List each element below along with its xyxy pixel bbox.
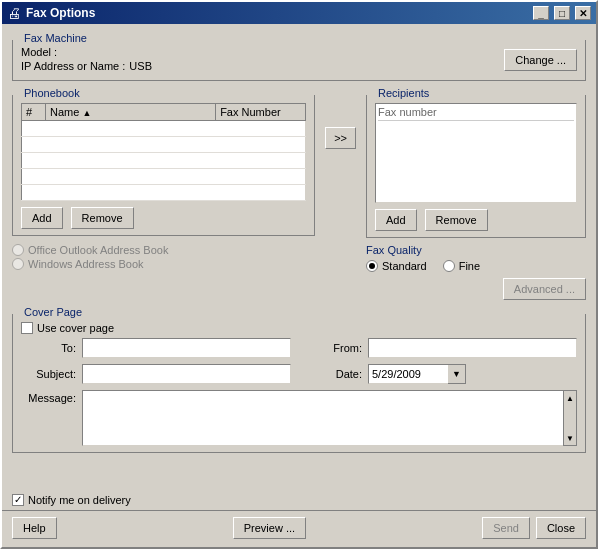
- windows-radio-circle: [12, 258, 24, 270]
- subject-input[interactable]: [82, 364, 291, 384]
- recipients-label: Recipients: [375, 87, 432, 99]
- message-input[interactable]: [82, 390, 577, 446]
- window-title: Fax Options: [26, 6, 528, 20]
- subject-label: Subject:: [21, 368, 76, 380]
- windows-label: Windows Address Book: [28, 258, 144, 270]
- recipients-group: Recipients Fax number Add Remove: [366, 95, 586, 238]
- scroll-up-btn[interactable]: ▲: [564, 391, 576, 405]
- phonebook-remove-button[interactable]: Remove: [71, 207, 134, 229]
- right-col: Recipients Fax number Add Remove Fax Qua…: [366, 87, 586, 300]
- use-cover-checkbox-box: [21, 322, 33, 334]
- fine-radio-circle: [443, 260, 455, 272]
- date-combo: ▼: [368, 364, 466, 384]
- send-button[interactable]: Send: [482, 517, 530, 539]
- window-icon: 🖨: [7, 5, 21, 21]
- title-bar: 🖨 Fax Options _ □ ✕: [2, 2, 596, 24]
- notify-checkbox[interactable]: Notify me on delivery: [12, 494, 131, 506]
- fax-quality-section: Fax Quality Standard Fine Advanced ...: [366, 244, 586, 300]
- notify-row: Notify me on delivery: [2, 494, 596, 506]
- standard-radio-circle: [366, 260, 378, 272]
- change-button[interactable]: Change ...: [504, 49, 577, 71]
- fax-options-window: 🖨 Fax Options _ □ ✕ Fax Machine Model : …: [0, 0, 598, 549]
- col-faxnum: Fax Number: [216, 104, 306, 121]
- to-label: To:: [21, 342, 76, 354]
- arrow-area: >>: [325, 87, 356, 300]
- phonebook-group: Phonebook # Name ▲ Fax Number: [12, 95, 315, 236]
- fax-number-header: Fax number: [378, 106, 574, 121]
- use-cover-checkbox[interactable]: Use cover page: [21, 322, 577, 334]
- close-button[interactable]: ✕: [575, 6, 591, 20]
- ip-value: USB: [129, 60, 152, 72]
- message-label: Message:: [21, 390, 76, 404]
- phonebook-table: # Name ▲ Fax Number: [21, 103, 306, 201]
- ip-label: IP Address or Name :: [21, 60, 125, 72]
- address-book-options: Office Outlook Address Book Windows Addr…: [12, 244, 315, 270]
- fax-machine-label: Fax Machine: [21, 32, 90, 44]
- message-area: Message: ▲ ▼: [21, 390, 577, 446]
- cover-page-label: Cover Page: [21, 306, 85, 318]
- windows-address-book-radio[interactable]: Windows Address Book: [12, 258, 315, 270]
- fine-radio[interactable]: Fine: [443, 260, 480, 272]
- fax-quality-options: Standard Fine: [366, 260, 586, 272]
- maximize-button[interactable]: □: [554, 6, 570, 20]
- fax-machine-info: Model : IP Address or Name : USB: [21, 46, 504, 74]
- cover-section: Use cover page To: From: Subject:: [21, 322, 577, 446]
- col-name: Name ▲: [46, 104, 216, 121]
- from-input[interactable]: [368, 338, 577, 358]
- add-recipient-button[interactable]: >>: [325, 127, 356, 149]
- cover-page-group: Cover Page Use cover page To: From:: [12, 314, 586, 453]
- recipients-add-button[interactable]: Add: [375, 209, 417, 231]
- standard-label: Standard: [382, 260, 427, 272]
- notify-label: Notify me on delivery: [28, 494, 131, 506]
- advanced-button[interactable]: Advanced ...: [503, 278, 586, 300]
- recipients-list[interactable]: Fax number: [375, 103, 577, 203]
- table-row: [22, 153, 306, 169]
- to-input[interactable]: [82, 338, 291, 358]
- col-hash: #: [22, 104, 46, 121]
- from-label: From:: [307, 342, 362, 354]
- table-row: [22, 137, 306, 153]
- message-scrollbar: ▲ ▼: [563, 390, 577, 446]
- date-input[interactable]: [368, 364, 448, 384]
- fax-quality-label: Fax Quality: [366, 244, 586, 256]
- table-row: [22, 121, 306, 137]
- date-dropdown-btn[interactable]: ▼: [448, 364, 466, 384]
- preview-button[interactable]: Preview ...: [233, 517, 306, 539]
- use-cover-label: Use cover page: [37, 322, 114, 334]
- outlook-label: Office Outlook Address Book: [28, 244, 168, 256]
- close-button[interactable]: Close: [536, 517, 586, 539]
- model-label: Model :: [21, 46, 57, 58]
- left-col: Phonebook # Name ▲ Fax Number: [12, 87, 315, 300]
- phonebook-add-button[interactable]: Add: [21, 207, 63, 229]
- date-label: Date:: [307, 368, 362, 380]
- table-row: [22, 169, 306, 185]
- fine-label: Fine: [459, 260, 480, 272]
- fax-machine-group: Fax Machine Model : IP Address or Name :…: [12, 40, 586, 81]
- notify-checkbox-box: [12, 494, 24, 506]
- main-two-col: Phonebook # Name ▲ Fax Number: [12, 87, 586, 300]
- help-button[interactable]: Help: [12, 517, 57, 539]
- outlook-address-book-radio[interactable]: Office Outlook Address Book: [12, 244, 315, 256]
- scroll-down-btn[interactable]: ▼: [564, 431, 576, 445]
- table-row: [22, 185, 306, 201]
- standard-radio[interactable]: Standard: [366, 260, 427, 272]
- minimize-button[interactable]: _: [533, 6, 549, 20]
- outlook-radio-circle: [12, 244, 24, 256]
- bottom-bar: Help Preview ... Send Close: [2, 510, 596, 547]
- phonebook-label: Phonebook: [21, 87, 83, 99]
- recipients-remove-button[interactable]: Remove: [425, 209, 488, 231]
